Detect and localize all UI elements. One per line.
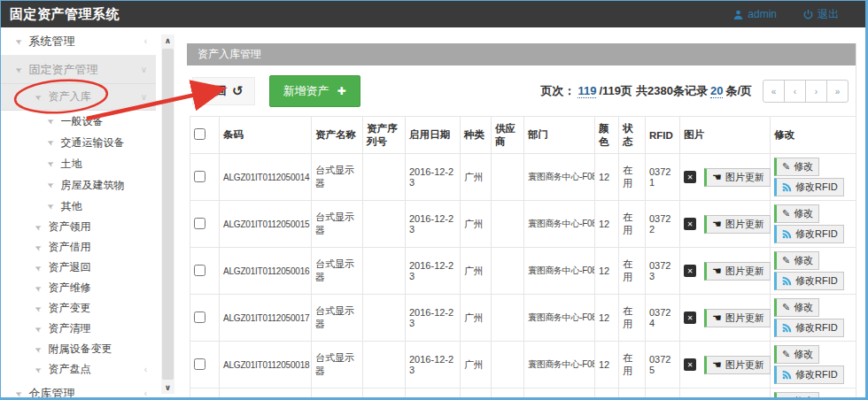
hand-icon: ☚ — [712, 171, 722, 183]
sidebar-scrollbar[interactable]: ∧ ∨ — [161, 35, 174, 394]
table-row: ALGZ01IT0112050018 台式显示器 2016-12-23 广州 寰… — [190, 342, 856, 388]
image-update-button[interactable]: ☚ 图片更新 — [704, 262, 771, 281]
sidebar-item-asset-change[interactable]: ➤ 资产变更 — [1, 298, 156, 319]
menu-pin-icon: ➤ — [33, 323, 43, 334]
scroll-up-icon[interactable]: ∧ — [165, 35, 171, 47]
cell-rfid: 03723 — [646, 248, 680, 295]
menu-pin-icon: ➤ — [45, 180, 55, 190]
cell-barcode: ALGZ01IT0112050018 — [220, 342, 312, 388]
column-header-name: 资产名称 — [312, 117, 363, 154]
broken-image-icon: ✕ — [684, 265, 696, 277]
edit-icon: ✎ — [782, 396, 790, 400]
sidebar-item-land[interactable]: ➤ 土地 — [1, 153, 156, 174]
cell-supplier — [492, 295, 524, 342]
menu-pin-icon: ➤ — [45, 158, 55, 169]
modify-rfid-button[interactable]: 修改RFID — [774, 365, 844, 384]
column-header-modify: 修改 — [771, 117, 856, 154]
modify-rfid-button[interactable]: 修改RFID — [774, 319, 844, 337]
cell-department: 寰图商务中心-F08 — [524, 248, 595, 295]
sidebar-item-asset-inventory[interactable]: ➤ 资产盘点 ‹ — [1, 359, 156, 380]
select-all-checkbox[interactable] — [194, 128, 205, 140]
pagination-label: 页次： — [540, 83, 575, 99]
chevron-icon: ‹ — [144, 365, 147, 374]
cell-image: ✕ ☚ 图片更新 — [680, 248, 771, 295]
sidebar-item-asset-cleanup[interactable]: ➤ 资产清理 — [1, 319, 156, 339]
row-checkbox[interactable] — [194, 358, 205, 370]
sidebar-item-transport-equipment[interactable]: ➤ 交通运输设备 — [1, 132, 156, 153]
cell-barcode: ALGZ01IT0112050015 — [220, 201, 312, 248]
hand-icon: ☚ — [712, 218, 722, 230]
sidebar-item-system-mgmt[interactable]: ➤ 系统管理 ‹ — [1, 27, 156, 56]
scroll-down-icon[interactable]: ∨ — [165, 381, 171, 394]
cell-department: 寰图商务中心-F08 — [524, 295, 595, 342]
cell-image: ✕ ☚ 图片更新 — [680, 154, 771, 201]
sidebar-item-warehouse-mgmt[interactable]: ➤ 仓库管理 ‹ — [1, 380, 156, 400]
menu-pin-icon: ➤ — [33, 242, 43, 252]
app-title: 固定资产管理系统 — [10, 6, 120, 23]
sidebar-item-asset-return[interactable]: ➤ 资产退回 — [1, 258, 156, 278]
cell-start-date: 2016-12-23 — [406, 154, 461, 201]
modify-button[interactable]: ✎ 修改 — [774, 392, 819, 400]
menu-pin-icon: ➤ — [33, 303, 43, 313]
next-page-button[interactable]: › — [805, 80, 827, 103]
cell-status: 在用 — [619, 201, 646, 248]
cell-color: 12 — [595, 154, 619, 201]
scroll-thumb[interactable] — [162, 49, 174, 380]
sidebar-item-other[interactable]: ➤ 其他 — [1, 196, 156, 217]
modify-button[interactable]: ✎ 修改 — [774, 251, 819, 270]
cell-status: 在用 — [619, 388, 646, 400]
back-button[interactable]: 返回 ↺ — [192, 77, 255, 105]
prev-page-button[interactable]: ‹ — [784, 80, 806, 103]
row-checkbox[interactable] — [194, 312, 205, 323]
cell-checkbox — [190, 388, 220, 400]
modify-button[interactable]: ✎ 修改 — [774, 298, 819, 317]
row-checkbox[interactable] — [194, 218, 205, 229]
sidebar-item-asset-inbound[interactable]: ➤ 资产入库 ∨ — [1, 84, 156, 111]
modify-button[interactable]: ✎ 修改 — [774, 345, 819, 364]
cell-modify: ✎ 修改 修改RFID — [771, 295, 856, 342]
modify-rfid-button[interactable]: 修改RFID — [774, 178, 844, 196]
user-menu[interactable]: admin — [733, 8, 777, 20]
cell-asset-name: 台式显示器 — [312, 154, 363, 201]
sidebar-item-attached-equip-change[interactable]: ➤ 附属设备变更 — [1, 339, 156, 359]
rss-icon — [782, 229, 792, 239]
power-icon — [803, 10, 813, 19]
sidebar-item-asset-borrow[interactable]: ➤ 资产借用 — [1, 237, 156, 258]
logout-link[interactable]: 退出 — [803, 7, 839, 22]
edit-icon: ✎ — [782, 349, 790, 360]
modify-button[interactable]: ✎ 修改 — [774, 158, 819, 176]
sidebar-item-asset-repair[interactable]: ➤ 资产维修 — [1, 278, 156, 298]
cell-category: 广州 — [461, 154, 492, 201]
cell-supplier — [492, 388, 524, 400]
image-update-button[interactable]: ☚ 图片更新 — [704, 356, 771, 374]
image-update-button[interactable]: ☚ 图片更新 — [704, 309, 771, 327]
modify-rfid-button[interactable]: 修改RFID — [774, 272, 844, 290]
page-size-link[interactable]: 20 — [710, 84, 723, 98]
sidebar-item-fixed-asset-mgmt[interactable]: ➤ 固定资产管理 ∨ — [1, 56, 156, 84]
broken-image-icon: ✕ — [684, 312, 696, 324]
modify-button[interactable]: ✎ 修改 — [774, 204, 819, 223]
row-checkbox[interactable] — [194, 265, 205, 276]
sidebar-item-asset-requisition[interactable]: ➤ 资产领用 — [1, 217, 156, 237]
cell-category: 广州 — [461, 248, 492, 295]
hand-icon: ☚ — [712, 358, 722, 371]
edit-icon: ✎ — [782, 208, 790, 219]
app-header: 固定资产管理系统 admin 退出 — [1, 1, 865, 27]
add-asset-button[interactable]: 新增资产 ✚ — [269, 75, 360, 107]
sidebar-item-buildings[interactable]: ➤ 房屋及建筑物 — [1, 174, 156, 196]
modify-rfid-button[interactable]: 修改RFID — [774, 225, 844, 243]
last-page-button[interactable]: » — [826, 80, 849, 103]
edit-icon: ✎ — [782, 302, 790, 313]
cell-modify: ✎ 修改 修改RFID — [771, 201, 856, 248]
app-window: 固定资产管理系统 admin 退出 ➤ 系统管理 ‹ ➤ 固定资产管理 ∨ ➤ … — [0, 0, 868, 400]
sidebar-item-general-equipment[interactable]: ➤ 一般设备 — [1, 111, 156, 132]
cell-checkbox — [190, 248, 220, 295]
row-checkbox[interactable] — [194, 171, 205, 182]
current-page-link[interactable]: 119 — [577, 84, 596, 98]
cell-barcode: ALGZ01IT0112050016 — [220, 248, 312, 295]
image-update-button[interactable]: ☚ 图片更新 — [704, 168, 771, 187]
first-page-button[interactable]: « — [763, 80, 785, 103]
image-update-button[interactable]: ☚ 图片更新 — [704, 215, 771, 234]
cell-serial — [363, 342, 406, 388]
cell-serial — [363, 248, 406, 295]
